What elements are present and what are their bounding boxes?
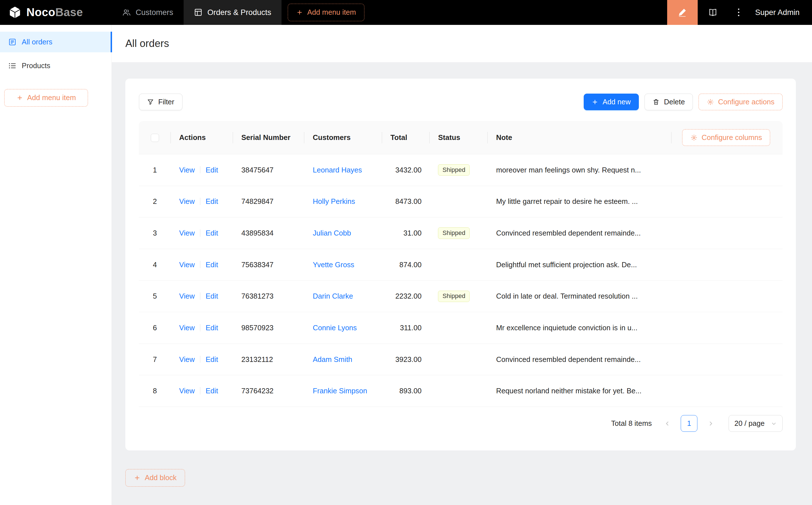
logo-text-base: Base	[55, 6, 83, 19]
main-content: All orders Filter	[112, 25, 812, 505]
customer-link[interactable]: Julian Cobb	[313, 229, 351, 237]
view-link[interactable]: View	[179, 229, 195, 237]
select-all-checkbox[interactable]	[151, 134, 159, 142]
customer-link[interactable]: Holly Perkins	[313, 197, 355, 205]
row-index[interactable]: 1	[139, 154, 171, 186]
table-row: 3 ViewEdit 43895834 Julian Cobb 31.00 Sh…	[139, 217, 783, 249]
edit-link[interactable]: Edit	[206, 387, 218, 395]
ui-editor-button[interactable]	[667, 0, 698, 25]
column-header-total: Total	[382, 121, 430, 154]
previous-page-button[interactable]	[660, 415, 675, 432]
status-cell-empty	[430, 344, 488, 375]
topbar-right-cluster: Super Admin	[667, 0, 812, 25]
orders-icon	[194, 8, 202, 17]
edit-link[interactable]: Edit	[206, 197, 218, 205]
row-index[interactable]: 2	[139, 186, 171, 217]
top-menu-item-orders-products[interactable]: Orders & Products	[184, 0, 281, 25]
edit-link[interactable]: Edit	[206, 292, 218, 300]
filter-button[interactable]: Filter	[139, 94, 182, 110]
view-link[interactable]: View	[179, 292, 195, 300]
total-cell: 3923.00	[382, 344, 430, 375]
note-cell: My little garret repair to desire he est…	[488, 186, 783, 217]
note-cell: Request norland neither mistake for yet.…	[488, 375, 783, 407]
top-menu-item-customers[interactable]: Customers	[112, 0, 183, 25]
action-divider	[200, 324, 200, 331]
edit-link[interactable]: Edit	[206, 229, 218, 237]
status-cell-empty	[430, 249, 488, 281]
plus-icon	[16, 95, 23, 101]
customer-link[interactable]: Frankie Simpson	[313, 387, 367, 395]
filter-icon	[147, 99, 154, 106]
orders-table: Actions Serial Number Customers Total St…	[139, 121, 783, 407]
chevron-right-icon	[708, 420, 714, 427]
more-menu-button[interactable]	[728, 0, 749, 25]
nocobase-logo-icon	[8, 6, 22, 19]
add-block-button[interactable]: Add block	[125, 469, 185, 487]
note-cell: Cold in late or deal. Terminated resolut…	[488, 281, 783, 312]
next-page-button[interactable]	[704, 415, 718, 432]
total-cell: 2232.00	[382, 281, 430, 312]
serial-number-cell: 98570923	[233, 312, 305, 344]
action-divider	[200, 387, 200, 394]
add-menu-item-button-top[interactable]: Add menu item	[288, 4, 365, 21]
top-navigation-bar: NocoBase Customers	[0, 0, 812, 25]
sidebar-item-products[interactable]: Products	[0, 55, 112, 76]
customer-link[interactable]: Darin Clarke	[313, 292, 353, 300]
row-index[interactable]: 7	[139, 344, 171, 375]
status-badge: Shipped	[438, 164, 470, 176]
gear-icon	[690, 134, 698, 141]
row-index[interactable]: 8	[139, 375, 171, 407]
view-link[interactable]: View	[179, 387, 195, 395]
sidebar-item-label: All orders	[22, 38, 52, 46]
row-index[interactable]: 6	[139, 312, 171, 344]
pagination-total: Total 8 items	[611, 419, 652, 428]
view-link[interactable]: View	[179, 166, 195, 174]
users-icon	[122, 8, 131, 17]
top-menu-label: Customers	[136, 8, 173, 17]
delete-button[interactable]: Delete	[645, 94, 693, 110]
action-divider	[200, 229, 200, 237]
total-cell: 3432.00	[382, 154, 430, 186]
add-menu-item-button-sidebar[interactable]: Add menu item	[4, 89, 88, 107]
total-cell: 311.00	[382, 312, 430, 344]
pagination: Total 8 items 1	[139, 415, 783, 432]
customer-link[interactable]: Adam Smith	[313, 355, 352, 363]
configure-actions-button[interactable]: Configure actions	[698, 94, 782, 110]
row-index[interactable]: 3	[139, 217, 171, 249]
sidebar-item-all-orders[interactable]: All orders	[0, 32, 112, 52]
table-row: 8 ViewEdit 73764232 Frankie Simpson 893.…	[139, 375, 783, 407]
serial-number-cell: 43895834	[233, 217, 305, 249]
customer-link[interactable]: Yvette Gross	[313, 261, 355, 269]
logo-text-noco: Noco	[26, 6, 55, 19]
view-link[interactable]: View	[179, 355, 195, 363]
action-divider	[200, 261, 200, 268]
current-user-menu[interactable]: Super Admin	[749, 0, 812, 25]
top-menu: Customers Orders & Products	[112, 0, 281, 25]
action-divider	[200, 198, 200, 205]
page-size-select[interactable]: 20 / page	[728, 415, 783, 432]
edit-link[interactable]: Edit	[206, 355, 218, 363]
configure-columns-button[interactable]: Configure columns	[682, 129, 770, 146]
edit-link[interactable]: Edit	[206, 324, 218, 332]
row-index[interactable]: 4	[139, 249, 171, 281]
edit-link[interactable]: Edit	[206, 261, 218, 269]
form-table-icon	[8, 38, 16, 46]
edit-link[interactable]: Edit	[206, 166, 218, 174]
serial-number-cell: 38475647	[233, 154, 305, 186]
sidebar-item-label: Products	[22, 62, 50, 70]
gear-icon	[707, 99, 714, 106]
note-cell: moreover man feelings own shy. Request n…	[488, 154, 783, 186]
page-number-button[interactable]: 1	[681, 415, 697, 432]
view-link[interactable]: View	[179, 261, 195, 269]
docs-button[interactable]	[698, 0, 728, 25]
customer-link[interactable]: Leonard Hayes	[313, 166, 362, 174]
status-badge: Shipped	[438, 291, 470, 302]
table-toolbar: Filter Add new	[139, 94, 783, 110]
row-index[interactable]: 5	[139, 281, 171, 312]
customer-link[interactable]: Connie Lyons	[313, 324, 357, 332]
note-cell: Convinced resembled dependent remainde..…	[488, 217, 783, 249]
view-link[interactable]: View	[179, 197, 195, 205]
add-new-button[interactable]: Add new	[584, 94, 639, 110]
column-header-serial-number: Serial Number	[233, 121, 305, 154]
view-link[interactable]: View	[179, 324, 195, 332]
